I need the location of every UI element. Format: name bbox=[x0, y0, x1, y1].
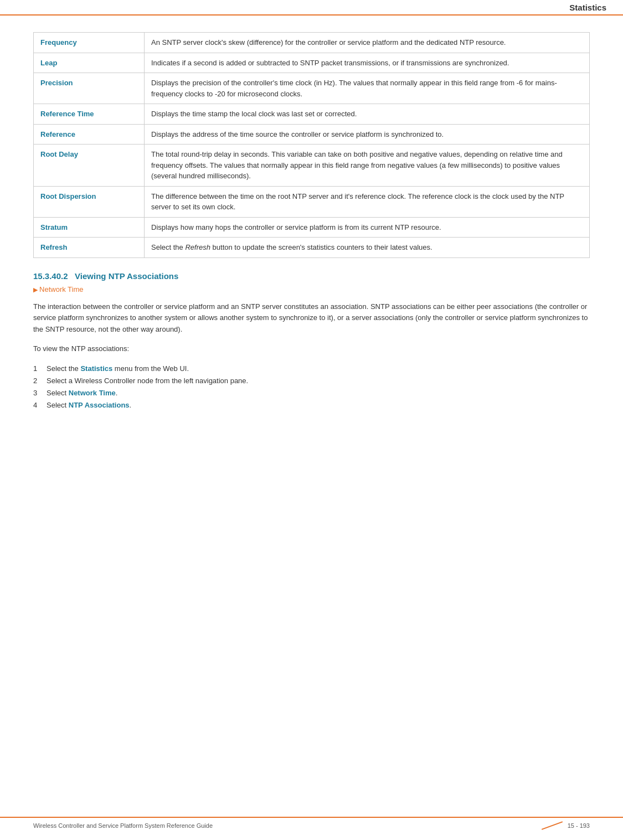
desc-cell: Displays the time stamp the local clock … bbox=[145, 104, 590, 125]
steps-intro: To view the NTP associations: bbox=[33, 343, 590, 355]
desc-cell: Displays the address of the time source … bbox=[145, 124, 590, 145]
term-cell: Refresh bbox=[34, 238, 145, 258]
step-keyword: Statistics bbox=[80, 364, 112, 373]
term-cell: Reference bbox=[34, 124, 145, 145]
list-item: 3Select Network Time. bbox=[33, 387, 590, 399]
header-bar: Statistics bbox=[0, 0, 623, 16]
list-item: 2Select a Wireless Controller node from … bbox=[33, 375, 590, 387]
table-row: LeapIndicates if a second is added or su… bbox=[34, 53, 590, 73]
section-heading: 15.3.40.2 Viewing NTP Associations bbox=[33, 271, 590, 281]
desc-cell: An SNTP server clock's skew (difference)… bbox=[145, 33, 590, 53]
desc-cell: Displays how many hops the controller or… bbox=[145, 217, 590, 238]
footer-left: Wireless Controller and Service Platform… bbox=[33, 822, 213, 829]
main-content: FrequencyAn SNTP server clock's skew (di… bbox=[0, 16, 623, 463]
desc-cell: The difference between the time on the r… bbox=[145, 186, 590, 217]
step-number: 1 bbox=[33, 363, 37, 375]
step-number: 4 bbox=[33, 399, 37, 411]
table-row: Root DispersionThe difference between th… bbox=[34, 186, 590, 217]
desc-cell: Select the Refresh button to update the … bbox=[145, 238, 590, 258]
table-row: PrecisionDisplays the precision of the c… bbox=[34, 73, 590, 104]
term-cell: Leap bbox=[34, 53, 145, 73]
steps-list: 1Select the Statistics menu from the Web… bbox=[33, 363, 590, 411]
table-row: Reference TimeDisplays the time stamp th… bbox=[34, 104, 590, 125]
term-cell: Frequency bbox=[34, 33, 145, 53]
desc-cell: Indicates if a second is added or subtra… bbox=[145, 53, 590, 73]
desc-cell: Displays the precision of the controller… bbox=[145, 73, 590, 104]
table-row: FrequencyAn SNTP server clock's skew (di… bbox=[34, 33, 590, 53]
term-cell: Stratum bbox=[34, 217, 145, 238]
page-title: Statistics bbox=[569, 3, 606, 12]
table-row: RefreshSelect the Refresh button to upda… bbox=[34, 238, 590, 258]
reference-table: FrequencyAn SNTP server clock's skew (di… bbox=[33, 32, 590, 258]
body-paragraph: The interaction between the controller o… bbox=[33, 301, 590, 336]
step-number: 3 bbox=[33, 387, 37, 399]
term-cell: Root Delay bbox=[34, 145, 145, 187]
term-cell: Reference Time bbox=[34, 104, 145, 125]
table-row: ReferenceDisplays the address of the tim… bbox=[34, 124, 590, 145]
footer-right: 15 - 193 bbox=[541, 822, 590, 829]
term-cell: Precision bbox=[34, 73, 145, 104]
list-item: 4Select NTP Associations. bbox=[33, 399, 590, 411]
nav-link[interactable]: Network Time bbox=[33, 285, 590, 293]
term-cell: Root Dispersion bbox=[34, 186, 145, 217]
desc-cell: The total round-trip delay in seconds. T… bbox=[145, 145, 590, 187]
list-item: 1Select the Statistics menu from the Web… bbox=[33, 363, 590, 375]
step-keyword: NTP Associations bbox=[69, 401, 130, 409]
footer-page-number: 15 - 193 bbox=[568, 822, 590, 829]
step-keyword: Network Time bbox=[69, 389, 116, 397]
footer-divider-icon bbox=[541, 821, 562, 830]
section-title: Viewing NTP Associations bbox=[75, 271, 178, 281]
section-number: 15.3.40.2 bbox=[33, 271, 68, 281]
table-row: Root DelayThe total round-trip delay in … bbox=[34, 145, 590, 187]
step-number: 2 bbox=[33, 375, 37, 387]
footer: Wireless Controller and Service Platform… bbox=[0, 817, 623, 829]
table-row: StratumDisplays how many hops the contro… bbox=[34, 217, 590, 238]
